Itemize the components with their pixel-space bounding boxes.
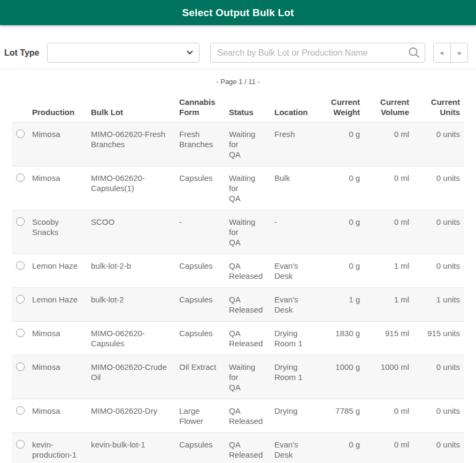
production-cell: Mimosa	[32, 123, 91, 166]
bulk-lot-cell: kevin-bulk-lot-1	[91, 433, 179, 463]
current-units-cell: 0 units	[413, 123, 464, 166]
radio-cell	[12, 123, 32, 166]
column-header-current-units: Current Units	[413, 97, 464, 122]
status-cell: QA Released	[229, 288, 274, 321]
row-radio-button[interactable]	[16, 406, 25, 415]
lot-type-label: Lot Type	[4, 48, 39, 58]
current-weight-cell: 0 g	[323, 123, 364, 166]
table-row[interactable]: Mimosa MIMO-062620-Fresh Branches Fresh …	[12, 122, 464, 166]
cannabis-form-cell: Capsules	[179, 254, 229, 287]
bulk-lot-cell: SCOO	[91, 210, 179, 254]
search-input[interactable]	[210, 43, 425, 63]
location-cell: Bulk	[274, 166, 323, 210]
production-cell: Mimosa	[32, 355, 91, 399]
row-radio-button[interactable]	[16, 173, 25, 182]
current-units-cell: 0 units	[413, 166, 464, 210]
current-volume-cell: 0 ml	[364, 166, 413, 210]
row-radio-button[interactable]	[16, 440, 25, 449]
production-cell: kevin- production-1	[32, 433, 91, 463]
column-header-current-weight: Current Weight	[323, 97, 364, 122]
radio-cell	[12, 355, 32, 399]
status-cell: QA Released	[229, 433, 274, 463]
cannabis-form-cell: Capsules	[179, 322, 229, 355]
current-weight-cell: 0 g	[323, 433, 364, 463]
current-weight-cell: 1000 g	[323, 355, 364, 399]
current-weight-cell: 7785 g	[323, 399, 364, 432]
table-row[interactable]: Lemon Haze bulk-lot-2 Capsules QA Releas…	[12, 287, 464, 321]
next-page-button[interactable]: »	[450, 43, 468, 63]
column-header-current-volume: Current Volume	[364, 97, 413, 122]
location-cell: Drying Room 1	[274, 355, 323, 399]
current-units-cell: 0 units	[413, 355, 464, 399]
filter-divider	[0, 69, 476, 69]
status-cell: QA Released	[229, 322, 274, 355]
current-volume-cell: 1 ml	[364, 254, 413, 287]
column-header-cannabis-form: Cannabis Form	[179, 97, 229, 122]
bulk-lot-cell: MIMO-062620-Fresh Branches	[91, 123, 179, 166]
radio-cell	[12, 322, 32, 355]
current-units-cell: 915 units	[413, 322, 464, 355]
radio-cell	[12, 433, 32, 463]
location-cell: -	[274, 210, 323, 254]
lot-type-select-wrap	[47, 43, 199, 63]
column-header-production: Production	[32, 107, 91, 122]
filter-row: Lot Type « »	[4, 43, 468, 63]
current-volume-cell: 1000 ml	[364, 355, 413, 399]
production-cell: Mimosa	[32, 166, 91, 210]
current-units-cell: 1 units	[413, 288, 464, 321]
current-units-cell: 0 units	[413, 433, 464, 463]
prev-page-button[interactable]: «	[433, 43, 451, 63]
bulk-lot-cell: bulk-lot-2	[91, 288, 179, 321]
table-row[interactable]: Lemon Haze bulk-lot-2-b Capsules QA Rele…	[12, 254, 464, 287]
current-units-cell: 0 units	[413, 254, 464, 287]
row-radio-button[interactable]	[16, 261, 25, 270]
current-weight-cell: 0 g	[323, 254, 364, 287]
current-volume-cell: 1 ml	[364, 288, 413, 321]
table-row[interactable]: Mimosa MIMO-062620-Crude Oil Oil Extract…	[12, 355, 464, 399]
bulk-lot-cell: bulk-lot-2-b	[91, 254, 179, 287]
modal-title: Select Output Bulk Lot	[182, 7, 294, 19]
production-cell: Mimosa	[32, 322, 91, 355]
current-weight-cell: 0 g	[323, 166, 364, 210]
table-row[interactable]: Mimosa MIMO-062620- Capsules(1) Capsules…	[12, 166, 464, 210]
current-volume-cell: 0 ml	[364, 123, 413, 166]
search-wrap	[210, 43, 425, 63]
table-row[interactable]: kevin- production-1 kevin-bulk-lot-1 Cap…	[12, 432, 464, 463]
cannabis-form-cell: Fresh Branches	[179, 123, 229, 166]
status-cell: QA Released	[229, 399, 274, 432]
cannabis-form-cell: Capsules	[179, 288, 229, 321]
cannabis-form-cell: Oil Extract	[179, 355, 229, 399]
row-radio-button[interactable]	[16, 130, 25, 138]
location-cell: Fresh	[274, 123, 323, 166]
production-cell: Lemon Haze	[32, 288, 91, 321]
row-radio-button[interactable]	[16, 217, 25, 226]
table-row[interactable]: Mimosa MIMO-062620-Dry Large Flower QA R…	[12, 399, 464, 432]
row-radio-button[interactable]	[16, 362, 25, 371]
bulk-lot-cell: MIMO-062620-Dry	[91, 399, 179, 432]
bulk-lot-table: Production Bulk Lot Cannabis Form Status…	[12, 86, 464, 463]
radio-cell	[12, 210, 32, 254]
current-volume-cell: 0 ml	[364, 399, 413, 432]
status-cell: Waiting for QA	[229, 355, 274, 399]
production-cell: Lemon Haze	[32, 254, 91, 287]
pager: « »	[433, 43, 468, 63]
row-radio-button[interactable]	[16, 329, 25, 337]
lot-type-select[interactable]	[47, 43, 199, 63]
current-weight-cell: 1830 g	[323, 322, 364, 355]
table-row[interactable]: Mimosa MIMO-062620- Capsules Capsules QA…	[12, 321, 464, 355]
location-cell: Evan's Desk	[274, 254, 323, 287]
current-volume-cell: 0 ml	[364, 210, 413, 254]
current-units-cell: 0 units	[413, 399, 464, 432]
cannabis-form-cell: -	[179, 210, 229, 254]
cannabis-form-cell: Capsules	[179, 166, 229, 210]
column-header-location: Location	[274, 107, 323, 122]
bulk-lot-cell: MIMO-062620- Capsules(1)	[91, 166, 179, 210]
table-row[interactable]: Scooby Snacks SCOO - Waiting for QA - 0 …	[12, 210, 464, 254]
cannabis-form-cell: Large Flower	[179, 399, 229, 432]
table-header-row: Production Bulk Lot Cannabis Form Status…	[12, 86, 464, 122]
row-radio-button[interactable]	[16, 295, 25, 303]
status-cell: Waiting for QA	[229, 123, 274, 166]
location-cell: Evan's Desk	[274, 433, 323, 463]
radio-cell	[12, 288, 32, 321]
location-cell: Drying	[274, 399, 323, 432]
